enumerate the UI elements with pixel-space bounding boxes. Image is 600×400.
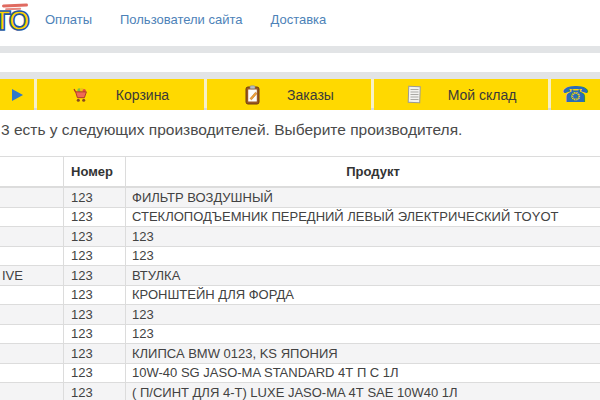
table-row[interactable]: 123 123	[0, 324, 600, 344]
cell-manufacturer	[0, 286, 63, 305]
nav-item-payments[interactable]: Оплаты	[45, 12, 92, 27]
nav-item-delivery[interactable]: Доставка	[270, 12, 326, 27]
divider-band-top	[0, 46, 600, 53]
cell-product: 10W-40 SG JASO-MA STANDARD 4Т П С 1Л	[125, 364, 600, 383]
cell-number: 123	[63, 344, 125, 363]
cell-manufacturer	[0, 344, 63, 363]
table-row[interactable]: IVE 123 ВТУЛКА	[0, 265, 600, 285]
divider-band-bottom	[0, 72, 600, 79]
cell-number: 123	[63, 208, 125, 227]
cell-manufacturer	[0, 364, 63, 383]
orders-button[interactable]: Заказы	[207, 79, 371, 110]
table-row[interactable]: 123 123	[0, 246, 600, 266]
cell-manufacturer	[0, 188, 63, 207]
table-row[interactable]: 123 СТЕКЛОПОДЪЕМНИК ПЕРЕДНИЙ ЛЕВЫЙ ЭЛЕКТ…	[0, 207, 600, 227]
cell-manufacturer	[0, 383, 63, 400]
cell-manufacturer	[0, 325, 63, 344]
cell-product: ( П/СИНТ ДЛЯ 4-Т) LUXE JASO-MA 4Т SAE 10…	[125, 383, 600, 400]
page: ТО Оплаты Пользователи сайта Доставка Ко…	[0, 0, 600, 400]
logo-text: ТО	[0, 6, 29, 37]
cell-product: СТЕКЛОПОДЪЕМНИК ПЕРЕДНИЙ ЛЕВЫЙ ЭЛЕКТРИЧЕ…	[125, 208, 600, 227]
my-warehouse-button[interactable]: Мой склад	[374, 79, 548, 110]
cell-product: 123	[125, 305, 600, 324]
cell-number: 123	[63, 247, 125, 266]
table-row[interactable]: 123 123	[0, 304, 600, 324]
cart-button[interactable]: Корзина	[37, 79, 204, 110]
cell-manufacturer	[0, 208, 63, 227]
top-nav: Оплаты Пользователи сайта Доставка	[45, 12, 326, 27]
cell-manufacturer	[0, 305, 63, 324]
page-title: 3 есть у следующих производителей. Выбер…	[1, 121, 600, 139]
cell-number: 123	[63, 286, 125, 305]
shopping-cart-icon	[72, 86, 90, 104]
cell-product: ФИЛЬТР ВОЗДУШНЫЙ	[125, 188, 600, 207]
cell-product: КРОНШТЕЙН ДЛЯ ФОРДА	[125, 286, 600, 305]
orders-label: Заказы	[287, 87, 334, 103]
header-manufacturer	[0, 157, 63, 186]
cell-product: КЛИПСА BMW 0123, KS ЯПОНИЯ	[125, 344, 600, 363]
table-row[interactable]: 123 КЛИПСА BMW 0123, KS ЯПОНИЯ	[0, 343, 600, 363]
cell-number: 123	[63, 266, 125, 285]
table-row[interactable]: 123 ФИЛЬТР ВОЗДУШНЫЙ	[0, 187, 600, 207]
table-row[interactable]: 123 ( П/СИНТ ДЛЯ 4-Т) LUXE JASO-MA 4Т SA…	[0, 382, 600, 400]
cell-number: 123	[63, 227, 125, 246]
table-row[interactable]: 123 10W-40 SG JASO-MA STANDARD 4Т П С 1Л	[0, 363, 600, 383]
header-product: Продукт	[125, 157, 600, 186]
phone-icon: ☎	[562, 84, 589, 106]
nav-item-site-users[interactable]: Пользователи сайта	[120, 12, 243, 27]
play-arrow-icon	[12, 89, 23, 101]
cell-product: 123	[125, 247, 600, 266]
cell-product: 123	[125, 325, 600, 344]
cart-label: Корзина	[116, 87, 169, 103]
table-row[interactable]: 123 КРОНШТЕЙН ДЛЯ ФОРДА	[0, 285, 600, 305]
main-toolbar: Корзина Заказы Мой скл	[0, 79, 600, 110]
cell-product: ВТУЛКА	[125, 266, 600, 285]
site-logo[interactable]: ТО	[0, 1, 44, 43]
cell-manufacturer	[0, 247, 63, 266]
expand-arrow-button[interactable]	[0, 79, 34, 110]
cell-number: 123	[63, 325, 125, 344]
manufacturers-table: Номер Продукт 123 ФИЛЬТР ВОЗДУШНЫЙ 123 С…	[0, 156, 600, 400]
table-header-row: Номер Продукт	[0, 156, 600, 187]
cell-number: 123	[63, 305, 125, 324]
cell-manufacturer	[0, 227, 63, 246]
cell-manufacturer: IVE	[0, 266, 63, 285]
warehouse-ledger-icon	[406, 85, 422, 104]
header-number: Номер	[63, 157, 125, 186]
site-header: ТО Оплаты Пользователи сайта Доставка	[0, 0, 600, 46]
orders-clipboard-icon	[244, 85, 261, 105]
cell-product: 123	[125, 227, 600, 246]
cell-number: 123	[63, 364, 125, 383]
cell-number: 123	[63, 188, 125, 207]
phone-contact-button[interactable]: ☎	[551, 79, 600, 110]
table-row[interactable]: 123 123	[0, 226, 600, 246]
cell-number: 123	[63, 383, 125, 400]
my-warehouse-label: Мой склад	[448, 87, 517, 103]
